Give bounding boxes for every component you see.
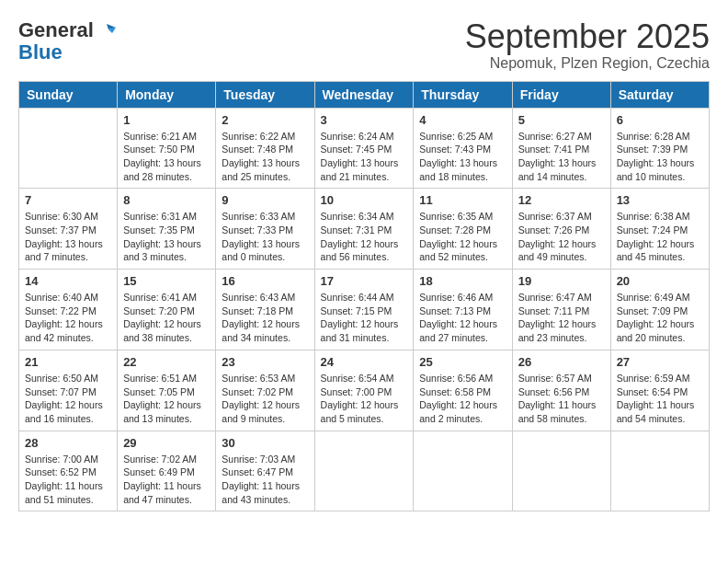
col-monday: Monday xyxy=(118,81,216,108)
day-info: Sunrise: 6:50 AM Sunset: 7:07 PM Dayligh… xyxy=(25,372,111,426)
calendar-header-row: Sunday Monday Tuesday Wednesday Thursday… xyxy=(19,81,710,108)
day-info: Sunrise: 6:47 AM Sunset: 7:11 PM Dayligh… xyxy=(518,291,605,345)
day-info: Sunrise: 6:41 AM Sunset: 7:20 PM Dayligh… xyxy=(123,291,210,345)
day-info: Sunrise: 6:49 AM Sunset: 7:09 PM Dayligh… xyxy=(617,291,703,345)
day-number: 3 xyxy=(321,113,408,127)
logo-general: General xyxy=(18,18,94,42)
day-number: 6 xyxy=(617,113,703,127)
title-section: September 2025 Nepomuk, Plzen Region, Cz… xyxy=(465,18,710,72)
col-thursday: Thursday xyxy=(414,81,512,108)
calendar-cell-w2-d1: 7Sunrise: 6:30 AM Sunset: 7:37 PM Daylig… xyxy=(19,189,118,270)
day-number: 22 xyxy=(123,355,210,369)
day-number: 2 xyxy=(222,113,308,127)
calendar-cell-w1-d3: 2Sunrise: 6:22 AM Sunset: 7:48 PM Daylig… xyxy=(216,108,314,189)
calendar-cell-w5-d5 xyxy=(414,431,512,511)
day-info: Sunrise: 6:59 AM Sunset: 6:54 PM Dayligh… xyxy=(617,372,703,426)
day-info: Sunrise: 6:24 AM Sunset: 7:45 PM Dayligh… xyxy=(321,130,408,184)
day-info: Sunrise: 6:46 AM Sunset: 7:13 PM Dayligh… xyxy=(419,291,506,345)
col-sunday: Sunday xyxy=(19,81,118,108)
calendar-cell-w2-d6: 12Sunrise: 6:37 AM Sunset: 7:26 PM Dayli… xyxy=(512,189,610,270)
day-info: Sunrise: 6:53 AM Sunset: 7:02 PM Dayligh… xyxy=(222,372,308,426)
calendar-cell-w1-d1 xyxy=(19,108,118,189)
calendar-body: 1Sunrise: 6:21 AM Sunset: 7:50 PM Daylig… xyxy=(19,108,710,511)
day-info: Sunrise: 6:31 AM Sunset: 7:35 PM Dayligh… xyxy=(123,210,210,264)
col-friday: Friday xyxy=(512,81,610,108)
day-number: 11 xyxy=(419,193,506,207)
day-info: Sunrise: 6:38 AM Sunset: 7:24 PM Dayligh… xyxy=(617,210,703,264)
calendar-cell-w1-d5: 4Sunrise: 6:25 AM Sunset: 7:43 PM Daylig… xyxy=(414,108,512,189)
day-info: Sunrise: 6:57 AM Sunset: 6:56 PM Dayligh… xyxy=(518,372,605,426)
day-info: Sunrise: 7:03 AM Sunset: 6:47 PM Dayligh… xyxy=(222,453,308,507)
day-info: Sunrise: 7:00 AM Sunset: 6:52 PM Dayligh… xyxy=(25,453,111,507)
calendar-cell-w3-d4: 17Sunrise: 6:44 AM Sunset: 7:15 PM Dayli… xyxy=(314,270,414,350)
day-info: Sunrise: 6:37 AM Sunset: 7:26 PM Dayligh… xyxy=(518,210,605,264)
day-info: Sunrise: 6:51 AM Sunset: 7:05 PM Dayligh… xyxy=(123,372,210,426)
calendar-cell-w3-d3: 16Sunrise: 6:43 AM Sunset: 7:18 PM Dayli… xyxy=(216,270,314,350)
page-header: General Blue September 2025 Nepomuk, Plz… xyxy=(18,18,710,72)
day-number: 23 xyxy=(222,355,308,369)
day-info: Sunrise: 6:30 AM Sunset: 7:37 PM Dayligh… xyxy=(25,210,111,264)
day-number: 19 xyxy=(518,274,605,288)
calendar-week-2: 7Sunrise: 6:30 AM Sunset: 7:37 PM Daylig… xyxy=(19,189,710,270)
logo: General Blue xyxy=(18,18,116,63)
day-number: 9 xyxy=(222,193,308,207)
calendar-cell-w3-d5: 18Sunrise: 6:46 AM Sunset: 7:13 PM Dayli… xyxy=(414,270,512,350)
day-number: 12 xyxy=(518,193,605,207)
calendar-cell-w3-d7: 20Sunrise: 6:49 AM Sunset: 7:09 PM Dayli… xyxy=(610,270,709,350)
day-number: 26 xyxy=(518,355,605,369)
day-info: Sunrise: 6:44 AM Sunset: 7:15 PM Dayligh… xyxy=(321,291,408,345)
day-info: Sunrise: 6:40 AM Sunset: 7:22 PM Dayligh… xyxy=(25,291,111,345)
calendar-cell-w5-d7 xyxy=(610,431,709,511)
calendar-cell-w2-d5: 11Sunrise: 6:35 AM Sunset: 7:28 PM Dayli… xyxy=(414,189,512,270)
logo-blue: Blue xyxy=(18,42,63,63)
day-number: 13 xyxy=(617,193,703,207)
location-title: Nepomuk, Plzen Region, Czechia xyxy=(465,55,710,72)
day-info: Sunrise: 7:02 AM Sunset: 6:49 PM Dayligh… xyxy=(123,453,210,507)
calendar-cell-w3-d1: 14Sunrise: 6:40 AM Sunset: 7:22 PM Dayli… xyxy=(19,270,118,350)
day-number: 20 xyxy=(617,274,703,288)
col-saturday: Saturday xyxy=(610,81,709,108)
calendar-week-1: 1Sunrise: 6:21 AM Sunset: 7:50 PM Daylig… xyxy=(19,108,710,189)
calendar-cell-w5-d2: 29Sunrise: 7:02 AM Sunset: 6:49 PM Dayli… xyxy=(118,431,216,511)
calendar-week-3: 14Sunrise: 6:40 AM Sunset: 7:22 PM Dayli… xyxy=(19,270,710,350)
day-number: 25 xyxy=(419,355,506,369)
day-number: 29 xyxy=(123,436,210,450)
day-number: 18 xyxy=(419,274,506,288)
day-info: Sunrise: 6:34 AM Sunset: 7:31 PM Dayligh… xyxy=(321,210,408,264)
day-number: 27 xyxy=(617,355,703,369)
calendar-cell-w4-d1: 21Sunrise: 6:50 AM Sunset: 7:07 PM Dayli… xyxy=(19,350,118,431)
calendar-cell-w1-d7: 6Sunrise: 6:28 AM Sunset: 7:39 PM Daylig… xyxy=(610,108,709,189)
day-info: Sunrise: 6:27 AM Sunset: 7:41 PM Dayligh… xyxy=(518,130,605,184)
day-number: 24 xyxy=(321,355,408,369)
day-info: Sunrise: 6:25 AM Sunset: 7:43 PM Dayligh… xyxy=(419,130,506,184)
day-number: 30 xyxy=(222,436,308,450)
calendar-cell-w4-d5: 25Sunrise: 6:56 AM Sunset: 6:58 PM Dayli… xyxy=(414,350,512,431)
calendar-cell-w3-d2: 15Sunrise: 6:41 AM Sunset: 7:20 PM Dayli… xyxy=(118,270,216,350)
day-number: 4 xyxy=(419,113,506,127)
day-info: Sunrise: 6:43 AM Sunset: 7:18 PM Dayligh… xyxy=(222,291,308,345)
calendar-cell-w2-d4: 10Sunrise: 6:34 AM Sunset: 7:31 PM Dayli… xyxy=(314,189,414,270)
day-number: 17 xyxy=(321,274,408,288)
day-number: 15 xyxy=(123,274,210,288)
day-number: 16 xyxy=(222,274,308,288)
calendar-cell-w1-d2: 1Sunrise: 6:21 AM Sunset: 7:50 PM Daylig… xyxy=(118,108,216,189)
day-number: 8 xyxy=(123,193,210,207)
day-info: Sunrise: 6:56 AM Sunset: 6:58 PM Dayligh… xyxy=(419,372,506,426)
calendar-cell-w4-d2: 22Sunrise: 6:51 AM Sunset: 7:05 PM Dayli… xyxy=(118,350,216,431)
month-title: September 2025 xyxy=(465,18,710,55)
calendar-cell-w2-d3: 9Sunrise: 6:33 AM Sunset: 7:33 PM Daylig… xyxy=(216,189,314,270)
calendar-cell-w2-d2: 8Sunrise: 6:31 AM Sunset: 7:35 PM Daylig… xyxy=(118,189,216,270)
col-tuesday: Tuesday xyxy=(216,81,314,108)
calendar-cell-w4-d6: 26Sunrise: 6:57 AM Sunset: 6:56 PM Dayli… xyxy=(512,350,610,431)
calendar-cell-w5-d4 xyxy=(314,431,414,511)
calendar-cell-w1-d4: 3Sunrise: 6:24 AM Sunset: 7:45 PM Daylig… xyxy=(314,108,414,189)
calendar-cell-w5-d1: 28Sunrise: 7:00 AM Sunset: 6:52 PM Dayli… xyxy=(19,431,118,511)
calendar-cell-w2-d7: 13Sunrise: 6:38 AM Sunset: 7:24 PM Dayli… xyxy=(610,189,709,270)
day-info: Sunrise: 6:21 AM Sunset: 7:50 PM Dayligh… xyxy=(123,130,210,184)
day-number: 14 xyxy=(25,274,111,288)
day-info: Sunrise: 6:28 AM Sunset: 7:39 PM Dayligh… xyxy=(617,130,703,184)
day-number: 5 xyxy=(518,113,605,127)
calendar-table: Sunday Monday Tuesday Wednesday Thursday… xyxy=(18,81,710,512)
calendar-cell-w3-d6: 19Sunrise: 6:47 AM Sunset: 7:11 PM Dayli… xyxy=(512,270,610,350)
day-info: Sunrise: 6:33 AM Sunset: 7:33 PM Dayligh… xyxy=(222,210,308,264)
